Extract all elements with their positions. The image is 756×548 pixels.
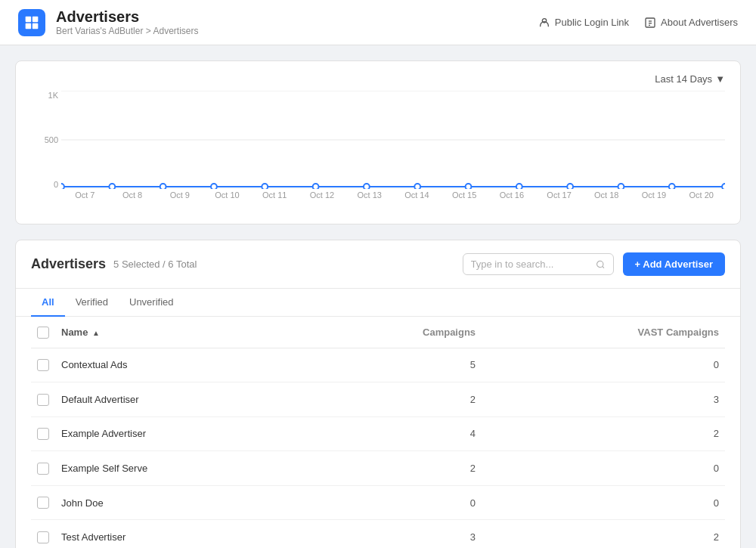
svg-rect-2 bbox=[26, 23, 32, 29]
chart-area: 1K 500 0 bbox=[31, 91, 725, 212]
x-label-oct19: Oct 19 bbox=[631, 190, 678, 212]
table-row: Default Advertiser 2 3 bbox=[31, 382, 725, 417]
chart-container: Last 14 Days ▼ 1K 500 0 bbox=[16, 61, 740, 212]
advertisers-title: Advertisers bbox=[31, 256, 106, 272]
svg-point-20 bbox=[466, 184, 472, 189]
x-label-oct16: Oct 16 bbox=[488, 190, 535, 212]
y-label-0: 0 bbox=[54, 180, 58, 189]
x-label-oct15: Oct 15 bbox=[441, 190, 488, 212]
x-label-oct14: Oct 14 bbox=[393, 190, 441, 212]
advertisers-section: Advertisers 5 Selected / 6 Total + Add A… bbox=[15, 240, 741, 548]
table-row: Contextual Ads 5 0 bbox=[31, 348, 725, 382]
row-vast-campaigns: 0 bbox=[482, 485, 725, 520]
svg-point-26 bbox=[597, 261, 603, 267]
campaigns-column-label: Campaigns bbox=[423, 327, 476, 338]
tabs: All Verified Unverified bbox=[16, 289, 740, 317]
x-label-oct18: Oct 18 bbox=[583, 190, 631, 212]
row-checkbox-cell[interactable] bbox=[31, 382, 55, 417]
table-body: Contextual Ads 5 0 Default Advertiser 2 … bbox=[31, 348, 725, 548]
svg-point-14 bbox=[160, 184, 166, 189]
advertisers-actions: + Add Advertiser bbox=[463, 252, 725, 276]
svg-point-19 bbox=[414, 184, 420, 189]
row-vast-campaigns: 3 bbox=[482, 382, 725, 417]
svg-point-13 bbox=[109, 184, 115, 189]
date-range-label: Last 14 Days bbox=[655, 73, 712, 85]
search-box[interactable] bbox=[463, 253, 614, 275]
svg-point-23 bbox=[618, 184, 624, 189]
about-advertisers-label: About Advertisers bbox=[661, 17, 738, 28]
svg-point-21 bbox=[516, 184, 522, 189]
row-checkbox-cell[interactable] bbox=[31, 348, 55, 382]
row-checkbox[interactable] bbox=[37, 359, 49, 371]
add-advertiser-button[interactable]: + Add Advertiser bbox=[623, 252, 725, 276]
chevron-down-icon: ▼ bbox=[715, 73, 725, 85]
svg-point-18 bbox=[364, 184, 370, 189]
row-checkbox-cell[interactable] bbox=[31, 520, 55, 548]
table-row: John Doe 0 0 bbox=[31, 485, 725, 520]
row-campaigns: 3 bbox=[312, 520, 482, 548]
table-row: Example Self Serve 2 0 bbox=[31, 451, 725, 486]
header-right: Public Login Link About Advertisers bbox=[538, 17, 738, 29]
row-campaigns: 4 bbox=[312, 416, 482, 451]
row-vast-campaigns: 0 bbox=[482, 451, 725, 486]
tab-verified[interactable]: Verified bbox=[65, 289, 119, 317]
advertisers-header: Advertisers 5 Selected / 6 Total + Add A… bbox=[16, 240, 740, 289]
vast-campaigns-column-label: VAST Campaigns bbox=[638, 327, 719, 338]
breadcrumb-parent: Bert Varias's AdButler bbox=[56, 26, 143, 36]
breadcrumb-current: Advertisers bbox=[153, 26, 198, 36]
x-label-oct13: Oct 13 bbox=[345, 190, 393, 212]
lock-icon bbox=[538, 17, 550, 29]
select-all-header[interactable] bbox=[31, 317, 55, 348]
chart-header: Last 14 Days ▼ bbox=[31, 73, 725, 85]
row-campaigns: 2 bbox=[312, 451, 482, 486]
chart-plot bbox=[61, 91, 725, 189]
svg-line-27 bbox=[603, 266, 604, 268]
row-campaigns: 0 bbox=[312, 485, 482, 520]
row-name: Example Advertiser bbox=[55, 416, 312, 451]
header-title-area: Advertisers Bert Varias's AdButler > Adv… bbox=[56, 8, 199, 36]
y-label-500: 500 bbox=[45, 135, 58, 144]
advertisers-table: Name ▲ Campaigns VAST Campaigns bbox=[31, 317, 725, 548]
public-login-label: Public Login Link bbox=[555, 17, 629, 28]
select-all-checkbox[interactable] bbox=[37, 327, 49, 339]
svg-point-24 bbox=[669, 184, 675, 189]
row-checkbox[interactable] bbox=[37, 428, 49, 440]
table-container: Name ▲ Campaigns VAST Campaigns bbox=[16, 317, 740, 548]
date-range-button[interactable]: Last 14 Days ▼ bbox=[655, 73, 725, 85]
y-axis-labels: 1K 500 0 bbox=[31, 91, 58, 189]
public-login-link-button[interactable]: Public Login Link bbox=[538, 17, 629, 29]
x-label-oct20: Oct 20 bbox=[677, 190, 725, 212]
row-checkbox[interactable] bbox=[37, 497, 49, 509]
row-name: Example Self Serve bbox=[55, 451, 312, 486]
svg-point-22 bbox=[567, 184, 573, 189]
row-name: Test Advertiser bbox=[55, 520, 312, 548]
tab-all[interactable]: All bbox=[31, 289, 65, 317]
header-left: Advertisers Bert Varias's AdButler > Adv… bbox=[18, 8, 199, 36]
row-checkbox-cell[interactable] bbox=[31, 451, 55, 486]
name-column-label: Name bbox=[61, 327, 88, 338]
row-checkbox[interactable] bbox=[37, 463, 49, 475]
row-checkbox[interactable] bbox=[37, 531, 49, 543]
advertisers-title-area: Advertisers 5 Selected / 6 Total bbox=[31, 256, 197, 272]
row-name: Default Advertiser bbox=[55, 382, 312, 417]
row-vast-campaigns: 2 bbox=[482, 520, 725, 548]
advertisers-count: 5 Selected / 6 Total bbox=[113, 259, 197, 270]
add-advertiser-label: + Add Advertiser bbox=[635, 259, 713, 270]
name-column-header[interactable]: Name ▲ bbox=[55, 317, 312, 348]
row-checkbox-cell[interactable] bbox=[31, 416, 55, 451]
row-vast-campaigns: 0 bbox=[482, 348, 725, 382]
x-label-oct7: Oct 7 bbox=[61, 190, 109, 212]
about-advertisers-button[interactable]: About Advertisers bbox=[644, 17, 738, 29]
search-input[interactable] bbox=[471, 259, 591, 270]
row-name: John Doe bbox=[55, 485, 312, 520]
row-checkbox[interactable] bbox=[37, 394, 49, 406]
x-label-oct17: Oct 17 bbox=[535, 190, 583, 212]
svg-point-25 bbox=[722, 184, 725, 189]
chart-svg bbox=[61, 91, 725, 189]
row-campaigns: 5 bbox=[312, 348, 482, 382]
table-row: Example Advertiser 4 2 bbox=[31, 416, 725, 451]
tab-unverified[interactable]: Unverified bbox=[119, 289, 184, 317]
sort-icon: ▲ bbox=[92, 329, 100, 337]
x-label-oct12: Oct 12 bbox=[299, 190, 346, 212]
row-checkbox-cell[interactable] bbox=[31, 485, 55, 520]
